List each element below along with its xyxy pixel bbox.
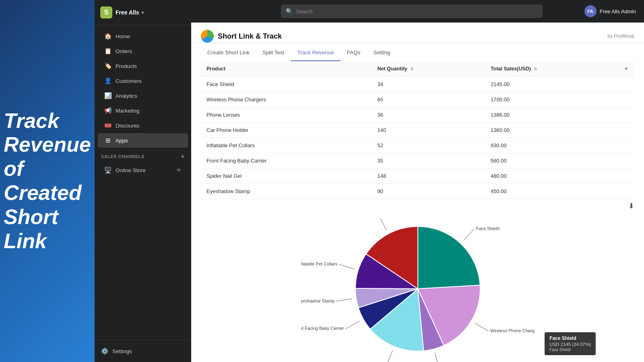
tab-create-short-link[interactable]: Create Short Link bbox=[201, 45, 256, 61]
sales-channels-header: SALES CHANNELS + bbox=[95, 148, 191, 162]
app-title: Short Link & Track bbox=[218, 32, 282, 41]
store-name-label[interactable]: Free Alls ▼ bbox=[116, 9, 145, 16]
cell-product: Phone Lenses bbox=[201, 107, 372, 123]
col-header-sales[interactable]: Total Sales(USD) ⇅ ▼ bbox=[485, 61, 634, 77]
svg-line-6 bbox=[339, 264, 354, 269]
table-row: Front Facing Baby Carrier 35 560.00 bbox=[201, 153, 634, 169]
settings-icon: ⚙️ bbox=[101, 348, 108, 355]
left-decorative-panel: TrackRevenueofCreatedShortLink bbox=[0, 0, 95, 362]
search-icon: 🔍 bbox=[286, 8, 293, 14]
cell-quantity: 52 bbox=[372, 138, 485, 153]
table-row: Eyeshadow Stamp 90 450.00 bbox=[201, 184, 634, 199]
chart-label: Eyeshadow Stamp bbox=[301, 298, 334, 303]
revenue-table-section: Product Net Quantity ⇅ Total Sales(USD) … bbox=[191, 61, 644, 199]
download-row: ⬇ bbox=[191, 199, 644, 210]
filter-icon[interactable]: ▼ bbox=[624, 66, 629, 72]
col-header-product: Product bbox=[201, 61, 372, 77]
online-store-icon: 🖥️ bbox=[104, 167, 111, 174]
cell-sales: 1386.00 bbox=[485, 107, 634, 123]
app-container: Short Link & Track by Profitihub Create … bbox=[191, 23, 644, 362]
cell-product: Spider Nail Gel bbox=[201, 169, 372, 184]
svg-line-0 bbox=[463, 229, 474, 241]
by-profitihub-label: by Profitihub bbox=[607, 33, 634, 39]
cell-sales: 560.00 bbox=[485, 153, 634, 169]
svg-line-1 bbox=[475, 323, 488, 331]
topbar: 🔍 FA Free Alls Admin bbox=[191, 0, 644, 23]
analytics-icon: 📊 bbox=[104, 92, 111, 99]
svg-line-5 bbox=[336, 299, 352, 301]
pie-chart: Face ShieldWireless Phone ChargersSpider… bbox=[301, 218, 535, 362]
col-header-quantity[interactable]: Net Quantity ⇅ bbox=[372, 61, 485, 77]
tab-split-test[interactable]: Split Test bbox=[256, 45, 291, 61]
sidebar-item-discounts[interactable]: 🎟️ Discounts bbox=[98, 118, 188, 133]
svg-line-7 bbox=[379, 218, 386, 230]
tab-faqs[interactable]: FAQs bbox=[341, 45, 367, 61]
avatar: FA bbox=[584, 5, 597, 17]
table-row: Spider Nail Gel 148 480.00 bbox=[201, 169, 634, 184]
sidebar-item-label: Online Store bbox=[116, 167, 146, 173]
cell-quantity: 148 bbox=[372, 169, 485, 184]
add-sales-channel-icon[interactable]: + bbox=[181, 153, 185, 160]
sidebar-item-settings[interactable]: ⚙️ Settings bbox=[101, 345, 185, 357]
cell-quantity: 35 bbox=[372, 153, 485, 169]
sidebar-footer: ⚙️ Settings bbox=[95, 340, 191, 362]
cell-product: Face Shield bbox=[201, 77, 372, 92]
search-bar[interactable]: 🔍 bbox=[281, 4, 543, 18]
apps-icon: ⊞ bbox=[104, 137, 111, 144]
content-area: Short Link & Track by Profitihub Create … bbox=[191, 23, 644, 362]
tab-setting[interactable]: Setting bbox=[367, 45, 396, 61]
sidebar-item-orders[interactable]: 📋 Orders bbox=[98, 44, 188, 58]
orders-icon: 📋 bbox=[104, 47, 111, 55]
sort-sales-icon: ⇅ bbox=[534, 67, 537, 71]
search-input[interactable] bbox=[296, 8, 538, 14]
chart-label: Face Shield bbox=[476, 226, 499, 231]
sidebar-item-home[interactable]: 🏠 Home bbox=[98, 29, 188, 43]
app-logo bbox=[201, 30, 214, 43]
sidebar-header: S Free Alls ▼ bbox=[95, 0, 191, 25]
chart-label: Inflatable Pet Collars bbox=[301, 261, 338, 266]
admin-name: Free Alls Admin bbox=[600, 8, 636, 14]
cell-product: Eyeshadow Stamp bbox=[201, 184, 372, 199]
cell-sales: 830.00 bbox=[485, 138, 634, 153]
cell-product: Car Phone Holder bbox=[201, 123, 372, 138]
left-panel-text: TrackRevenueofCreatedShortLink bbox=[0, 101, 99, 261]
main-content: 🔍 FA Free Alls Admin Short Link & Track … bbox=[191, 0, 644, 362]
sidebar-item-label: Products bbox=[116, 63, 137, 69]
sidebar-item-label: Marketing bbox=[116, 108, 139, 114]
cell-quantity: 36 bbox=[372, 107, 485, 123]
sidebar-item-label: Discounts bbox=[116, 123, 139, 129]
table-row: Car Phone Holder 140 1360.00 bbox=[201, 123, 634, 138]
download-button[interactable]: ⬇ bbox=[628, 202, 634, 210]
cell-sales: 480.00 bbox=[485, 169, 634, 184]
pie-chart-container: Face ShieldWireless Phone ChargersSpider… bbox=[201, 218, 634, 362]
sidebar-item-online-store[interactable]: 🖥️ Online Store 👁 bbox=[98, 163, 188, 177]
cell-sales: 1360.00 bbox=[485, 123, 634, 138]
revenue-table: Product Net Quantity ⇅ Total Sales(USD) … bbox=[201, 61, 634, 199]
sidebar-item-apps[interactable]: ⊞ Apps bbox=[98, 133, 188, 148]
cell-quantity: 140 bbox=[372, 123, 485, 138]
discounts-icon: 🎟️ bbox=[104, 122, 111, 129]
table-row: Inflatable Pet Collars 52 830.00 bbox=[201, 138, 634, 153]
cell-sales: 450.00 bbox=[485, 184, 634, 199]
sidebar-item-customers[interactable]: 👤 Customers bbox=[98, 74, 188, 88]
svg-line-3 bbox=[386, 350, 392, 362]
table-row: Face Shield 34 2145.00 bbox=[201, 77, 634, 92]
shopify-logo: S bbox=[100, 6, 112, 19]
sidebar-item-products[interactable]: 🏷️ Products bbox=[98, 59, 188, 73]
home-icon: 🏠 bbox=[104, 33, 111, 40]
eye-icon: 👁 bbox=[176, 167, 182, 173]
cell-product: Inflatable Pet Collars bbox=[201, 138, 372, 153]
pie-segment[interactable] bbox=[418, 226, 480, 289]
cell-product: Front Facing Baby Carrier bbox=[201, 153, 372, 169]
user-area: FA Free Alls Admin bbox=[584, 5, 636, 17]
store-dropdown-icon: ▼ bbox=[141, 10, 145, 15]
products-icon: 🏷️ bbox=[104, 62, 111, 70]
sidebar-item-analytics[interactable]: 📊 Analytics bbox=[98, 88, 188, 103]
marketing-icon: 📢 bbox=[104, 107, 111, 114]
sidebar-item-marketing[interactable]: 📢 Marketing bbox=[98, 103, 188, 118]
tab-track-revenue[interactable]: Track Revenue bbox=[291, 45, 341, 61]
sidebar: S Free Alls ▼ 🏠 Home 📋 Orders 🏷️ Product… bbox=[95, 0, 191, 362]
svg-line-2 bbox=[435, 353, 439, 362]
table-row: Phone Lenses 36 1386.00 bbox=[201, 107, 634, 123]
settings-label: Settings bbox=[112, 348, 132, 354]
